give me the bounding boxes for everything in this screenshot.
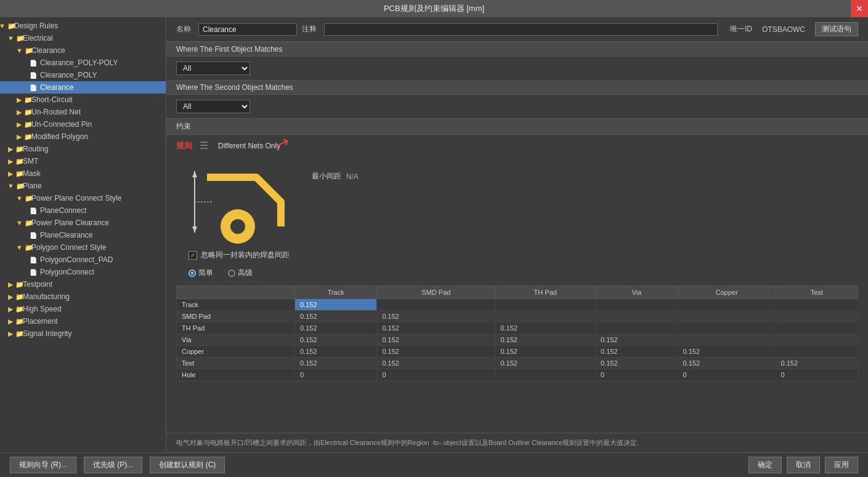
cell-th-pad-text[interactable] [776, 323, 858, 334]
cell-hole-smdpad[interactable]: 0 [377, 369, 495, 381]
cell-th-pad-thpad[interactable]: 0.152 [495, 323, 596, 334]
cell-th-pad-copper[interactable] [678, 323, 776, 334]
cell-via-via[interactable]: 0.152 [596, 334, 678, 346]
sidebar-item-planeconnect[interactable]: 📄PlaneConnect [0, 204, 166, 217]
cell-smd-pad-smdpad[interactable]: 0.152 [377, 311, 495, 323]
ignore-pad-checkbox[interactable] [189, 251, 197, 260]
sidebar-item-clearance-poly-poly[interactable]: 📄Clearance_POLY-POLY [0, 57, 166, 69]
cell-smd-pad-thpad[interactable] [495, 311, 596, 323]
cell-text-label: Text [177, 358, 295, 369]
cell-track-copper[interactable] [678, 299, 776, 311]
cell-text-thpad[interactable]: 0.152 [495, 358, 596, 369]
sidebar-item-placement[interactable]: ▶ 📁Placement [0, 315, 166, 327]
cell-text-track[interactable]: 0.152 [294, 358, 376, 369]
create-default-button[interactable]: 创建默认规则 (C) [150, 457, 225, 473]
name-input[interactable] [198, 23, 297, 36]
sidebar-item-testpoint[interactable]: ▶ 📁Testpoint [0, 278, 166, 291]
cell-hole-track[interactable]: 0 [294, 369, 376, 381]
table-row: Hole00000 [177, 369, 858, 381]
simple-radio-button[interactable] [189, 270, 196, 277]
cell-hole-thpad[interactable] [495, 369, 596, 381]
cell-via-copper[interactable] [678, 334, 776, 346]
cell-track-thpad[interactable] [495, 299, 596, 311]
sidebar-item-signal-integrity[interactable]: ▶ 📁Signal Integrity [0, 327, 166, 340]
folder-closed-icon: ▶ 📁 [17, 121, 32, 129]
col-header-text: Text [776, 286, 858, 299]
cell-copper-track[interactable]: 0.152 [294, 346, 376, 358]
sidebar-item-power-plane-clearance[interactable]: ▼ 📁Power Plane Clearance [0, 217, 166, 229]
first-object-select[interactable]: All [176, 62, 250, 75]
priority-button[interactable]: 优先级 (P)... [84, 457, 142, 473]
sidebar-item-planeclearance[interactable]: 📄PlaneClearance [0, 229, 166, 241]
cell-smd-pad-track[interactable]: 0.152 [294, 311, 376, 323]
ok-button[interactable]: 确定 [748, 457, 782, 473]
test-button[interactable]: 测试语句 [815, 22, 858, 36]
cell-copper-smdpad[interactable]: 0.152 [377, 346, 495, 358]
sidebar-item-design-rules[interactable]: ▼ 📁Design Rules [0, 20, 166, 32]
cell-text-via[interactable]: 0.152 [596, 358, 678, 369]
folder-closed-icon: ▶ 📁 [8, 145, 23, 153]
folder-closed-icon: ▶ 📁 [8, 293, 23, 301]
cell-text-text[interactable]: 0.152 [776, 358, 858, 369]
sidebar-item-high-speed[interactable]: ▶ 📁High Speed [0, 303, 166, 315]
cell-track-track[interactable]: 0.152 [294, 299, 376, 311]
cell-via-thpad[interactable]: 0.152 [495, 334, 596, 346]
sidebar-item-short-circuit[interactable]: ▶ 📁Short-Circuit [0, 94, 166, 106]
sidebar-item-polygon-connect-style[interactable]: ▼ 📁Polygon Connect Style [0, 241, 166, 254]
sidebar-item-polygonconnect-pad[interactable]: 📄PolygonConnect_PAD [0, 254, 166, 266]
comment-input[interactable] [324, 23, 718, 36]
cell-track-smdpad[interactable] [377, 299, 495, 311]
sidebar-item-clearance-poly[interactable]: 📄Clearance_POLY [0, 69, 166, 81]
cell-via-track[interactable]: 0.152 [294, 334, 376, 346]
apply-button[interactable]: 应用 [825, 457, 858, 473]
sidebar-item-power-plane-connect-style[interactable]: ▼ 📁Power Plane Connect Style [0, 192, 166, 204]
close-button[interactable]: ✕ [851, 0, 868, 17]
footer-text: 电气对象与电路板开口/凹槽之间要求的间距，由Electrical Clearan… [166, 433, 868, 452]
cell-smd-pad-text[interactable] [776, 311, 858, 323]
cell-th-pad-via[interactable] [596, 323, 678, 334]
cell-hole-copper[interactable]: 0 [678, 369, 776, 381]
cell-th-pad-smdpad[interactable]: 0.152 [377, 323, 495, 334]
cell-via-label: Via [177, 334, 295, 346]
sidebar-label-placement: Placement [23, 317, 58, 326]
cell-via-text[interactable] [776, 334, 858, 346]
cell-smd-pad-via[interactable] [596, 311, 678, 323]
radio-advanced[interactable]: 高级 [228, 268, 253, 278]
cell-th-pad-track[interactable]: 0.152 [294, 323, 376, 334]
cell-copper-thpad[interactable]: 0.152 [495, 346, 596, 358]
sidebar-item-clearance[interactable]: 📄Clearance [0, 81, 166, 94]
radio-simple[interactable]: 简单 [189, 268, 213, 278]
cell-text-copper[interactable]: 0.152 [678, 358, 776, 369]
cell-hole-text[interactable]: 0 [776, 369, 858, 381]
rule-wizard-button[interactable]: 规则向导 (R)... [10, 457, 76, 473]
cell-hole-via[interactable]: 0 [596, 369, 678, 381]
cell-track-via[interactable] [596, 299, 678, 311]
sidebar-item-clearance-group[interactable]: ▼ 📁Clearance [0, 44, 166, 57]
sidebar-item-plane[interactable]: ▼ 📁Plane [0, 180, 166, 192]
sidebar-item-polygonconnect[interactable]: 📄PolygonConnect [0, 266, 166, 278]
simple-label: 简单 [198, 268, 213, 278]
folder-closed-icon: ▶ 📁 [8, 318, 23, 326]
sidebar-item-manufacturing[interactable]: ▶ 📁Manufacturing [0, 291, 166, 303]
cell-via-smdpad[interactable]: 0.152 [377, 334, 495, 346]
sidebar-item-routing[interactable]: ▶ 📁Routing [0, 143, 166, 155]
cancel-button[interactable]: 取消 [787, 457, 820, 473]
sidebar-item-smt[interactable]: ▶ 📁SMT [0, 155, 166, 167]
cell-copper-text[interactable] [776, 346, 858, 358]
cell-track-text[interactable] [776, 299, 858, 311]
comment-label: 注释 [302, 24, 317, 34]
sidebar-item-mask[interactable]: ▶ 📁Mask [0, 167, 166, 180]
cell-copper-copper[interactable]: 0.152 [678, 346, 776, 358]
cell-text-smdpad[interactable]: 0.152 [377, 358, 495, 369]
table-row: Track0.152 [177, 299, 858, 311]
sidebar-label-clearance-poly: Clearance_POLY [40, 71, 97, 79]
sidebar-label-manufacturing: Manufacturing [23, 292, 70, 301]
second-object-select[interactable]: All [176, 100, 250, 113]
cell-copper-via[interactable]: 0.152 [596, 346, 678, 358]
sidebar-item-un-routed-net[interactable]: ▶ 📁Un-Routed Net [0, 106, 166, 118]
cell-smd-pad-copper[interactable] [678, 311, 776, 323]
sidebar-item-un-connected-pin[interactable]: ▶ 📁Un-Connected Pin [0, 118, 166, 130]
sidebar-item-electrical[interactable]: ▼ 📁Electrical [0, 32, 166, 44]
advanced-radio-button[interactable] [228, 270, 235, 277]
sidebar-item-modified-polygon[interactable]: ▶ 📁Modified Polygon [0, 130, 166, 143]
